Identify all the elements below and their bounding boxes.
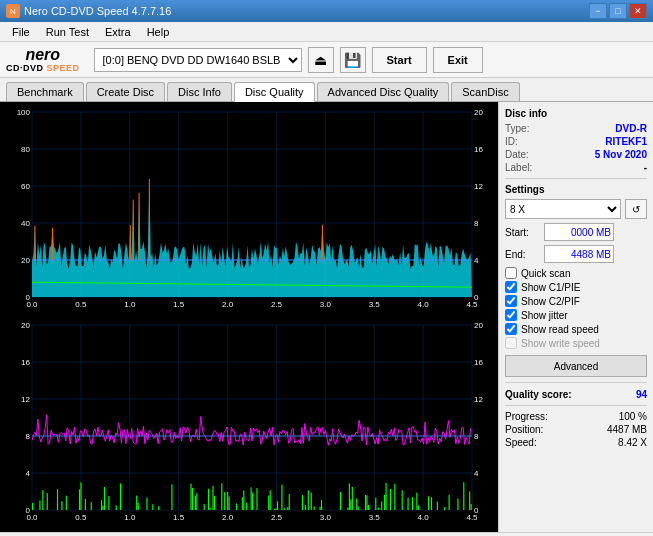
show-jitter-checkbox[interactable] (505, 309, 517, 321)
c2-pif-row: Show C2/PIF (505, 295, 647, 307)
show-c2-pif-checkbox[interactable] (505, 295, 517, 307)
c1-pie-row: Show C1/PIE (505, 281, 647, 293)
end-mb-label: End: (505, 249, 540, 260)
jitter-row: Show jitter (505, 309, 647, 321)
divider-2 (505, 382, 647, 383)
end-mb-input[interactable] (544, 245, 614, 263)
progress-row: Progress: 100 % (505, 411, 647, 422)
divider-3 (505, 405, 647, 406)
advanced-button[interactable]: Advanced (505, 355, 647, 377)
legend-area: PI Errors Average: 16.75 Maximum: 59 Tot… (0, 532, 653, 536)
speed-select[interactable]: 8 X (505, 199, 621, 219)
quick-scan-label: Quick scan (521, 268, 570, 279)
disc-label-label: Label: (505, 162, 532, 173)
tab-bar: Benchmark Create Disc Disc Info Disc Qua… (0, 78, 653, 102)
exit-button[interactable]: Exit (433, 47, 483, 73)
start-mb-label: Start: (505, 227, 540, 238)
titlebar-title: Nero CD-DVD Speed 4.7.7.16 (24, 5, 171, 17)
disc-label-value: - (644, 162, 647, 173)
drive-selector[interactable]: [0:0] BENQ DVD DD DW1640 BSLB (94, 48, 302, 72)
eject-button[interactable]: ⏏ (308, 47, 334, 73)
disc-id-row: ID: RITEKF1 (505, 136, 647, 147)
app-logo: nero CD·DVD SPEED (6, 47, 80, 73)
disc-info-title: Disc info (505, 108, 647, 119)
jitter-label: Show jitter (521, 310, 568, 321)
speed-row: Speed: 8.42 X (505, 437, 647, 448)
write-speed-row: Show write speed (505, 337, 647, 349)
menu-file[interactable]: File (4, 24, 38, 40)
show-read-speed-checkbox[interactable] (505, 323, 517, 335)
titlebar: N Nero CD-DVD Speed 4.7.7.16 − □ ✕ (0, 0, 653, 22)
quality-score-label: Quality score: (505, 389, 572, 400)
end-mb-row: End: (505, 245, 647, 263)
quick-scan-row: Quick scan (505, 267, 647, 279)
refresh-button[interactable]: ↺ (625, 199, 647, 219)
charts-area (0, 102, 498, 532)
progress-label: Progress: (505, 411, 548, 422)
tab-scan-disc[interactable]: ScanDisc (451, 82, 519, 101)
progress-value: 100 % (619, 411, 647, 422)
disc-type-label: Type: (505, 123, 529, 134)
disc-date-row: Date: 5 Nov 2020 (505, 149, 647, 160)
quality-score-value: 94 (636, 389, 647, 400)
main-content: Disc info Type: DVD-R ID: RITEKF1 Date: … (0, 102, 653, 532)
start-mb-row: Start: (505, 223, 647, 241)
bottom-chart (4, 319, 494, 528)
c1-pie-label: Show C1/PIE (521, 282, 580, 293)
settings-title: Settings (505, 184, 647, 195)
position-row: Position: 4487 MB (505, 424, 647, 435)
menubar: File Run Test Extra Help (0, 22, 653, 42)
speed-label: Speed: (505, 437, 537, 448)
app-icon: N (6, 4, 20, 18)
speed-row: 8 X ↺ (505, 199, 647, 219)
start-button[interactable]: Start (372, 47, 427, 73)
disc-id-label: ID: (505, 136, 518, 147)
minimize-button[interactable]: − (589, 3, 607, 19)
position-label: Position: (505, 424, 543, 435)
maximize-button[interactable]: □ (609, 3, 627, 19)
menu-help[interactable]: Help (139, 24, 178, 40)
read-speed-label: Show read speed (521, 324, 599, 335)
speed-value: 8.42 X (618, 437, 647, 448)
menu-run-test[interactable]: Run Test (38, 24, 97, 40)
close-button[interactable]: ✕ (629, 3, 647, 19)
tab-benchmark[interactable]: Benchmark (6, 82, 84, 101)
save-button[interactable]: 💾 (340, 47, 366, 73)
quality-score-row: Quality score: 94 (505, 389, 647, 400)
read-speed-row: Show read speed (505, 323, 647, 335)
right-panel: Disc info Type: DVD-R ID: RITEKF1 Date: … (498, 102, 653, 532)
position-value: 4487 MB (607, 424, 647, 435)
tab-disc-quality[interactable]: Disc Quality (234, 82, 315, 102)
pif-jitter-chart-canvas (4, 319, 494, 528)
divider-1 (505, 178, 647, 179)
disc-id-value: RITEKF1 (605, 136, 647, 147)
start-mb-input[interactable] (544, 223, 614, 241)
tab-advanced-disc-quality[interactable]: Advanced Disc Quality (317, 82, 450, 101)
menu-extra[interactable]: Extra (97, 24, 139, 40)
top-chart (4, 106, 494, 315)
write-speed-label: Show write speed (521, 338, 600, 349)
c2-pif-label: Show C2/PIF (521, 296, 580, 307)
tab-disc-info[interactable]: Disc Info (167, 82, 232, 101)
disc-type-row: Type: DVD-R (505, 123, 647, 134)
window-controls: − □ ✕ (589, 3, 647, 19)
tab-create-disc[interactable]: Create Disc (86, 82, 165, 101)
disc-date-value: 5 Nov 2020 (595, 149, 647, 160)
toolbar: nero CD·DVD SPEED [0:0] BENQ DVD DD DW16… (0, 42, 653, 78)
disc-label-row: Label: - (505, 162, 647, 173)
disc-date-label: Date: (505, 149, 529, 160)
disc-type-value: DVD-R (615, 123, 647, 134)
show-write-speed-checkbox[interactable] (505, 337, 517, 349)
quick-scan-checkbox[interactable] (505, 267, 517, 279)
show-c1-pie-checkbox[interactable] (505, 281, 517, 293)
pie-chart-canvas (4, 106, 494, 315)
